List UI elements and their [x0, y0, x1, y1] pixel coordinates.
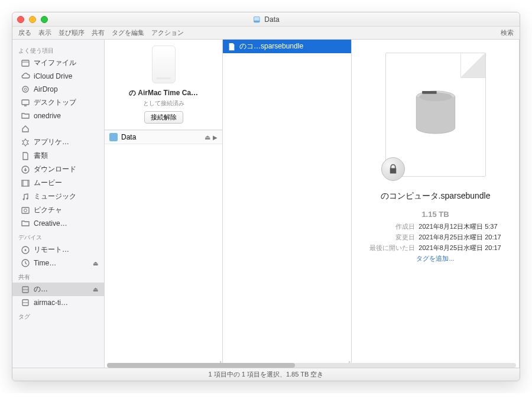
docs-icon — [21, 151, 30, 161]
svg-rect-2 — [22, 60, 29, 66]
sidebar-item[interactable]: onedrive — [12, 109, 104, 122]
meta-value: 2021年8月12日木曜日 5:37 — [419, 222, 501, 231]
server-icon — [21, 285, 30, 294]
volume-icon — [252, 15, 261, 24]
sidebar-item[interactable]: マイファイル — [12, 56, 104, 70]
column-server: の AirMac Time Ca… として接続済み 接続解除 Data ⏏ ▶ … — [105, 40, 223, 368]
volume-icon — [109, 133, 118, 141]
sidebar-item[interactable]: アプリケ… — [12, 135, 104, 149]
sidebar-item-label: Time… — [34, 259, 56, 267]
icloud-icon — [21, 72, 30, 81]
column-files: のコ…sparsebundle || — [223, 40, 352, 368]
preview-document-icon — [385, 53, 486, 177]
file-row[interactable]: のコ…sparsebundle — [223, 40, 351, 53]
server-info: の AirMac Time Ca… として接続済み 接続解除 — [105, 40, 222, 130]
svg-rect-1 — [254, 17, 259, 20]
timecapsule-icon — [152, 46, 176, 83]
desktop-icon — [21, 98, 30, 108]
toolbar-item-2[interactable]: 並び順序 — [59, 28, 85, 37]
airdrop-icon — [21, 85, 30, 94]
eject-icon[interactable]: ⏏ — [93, 260, 98, 267]
titlebar[interactable]: Data — [12, 12, 520, 27]
sidebar-item[interactable]: ピクチャ — [12, 203, 104, 217]
document-icon — [228, 43, 236, 51]
content-body: よく使う項目マイファイルiCloud DriveAirDropデスクトップone… — [12, 40, 520, 368]
sidebar-item[interactable]: 書類 — [12, 149, 104, 163]
sidebar-item-label: airmac-ti… — [34, 299, 68, 307]
toolbar-item-5[interactable]: アクション — [151, 28, 184, 37]
sidebar-item-label: 書類 — [34, 151, 48, 161]
server-name: の AirMac Time Ca… — [109, 88, 218, 98]
svg-point-3 — [22, 86, 28, 92]
svg-point-9 — [27, 197, 28, 199]
sidebar-item[interactable]: デスクトップ — [12, 96, 104, 109]
sidebar-item[interactable]: AirDrop — [12, 83, 104, 96]
sidebar-item[interactable]: の…⏏ — [12, 283, 104, 296]
sidebar-item-label: ピクチャ — [34, 205, 62, 215]
sidebar-item-label: AirDrop — [34, 85, 58, 93]
sidebar-item[interactable]: airmac-ti… — [12, 296, 104, 309]
server-icon — [21, 298, 30, 307]
folder-icon — [21, 219, 30, 228]
volume-row[interactable]: Data ⏏ ▶ — [105, 130, 222, 144]
meta-key: 作成日 — [369, 222, 415, 231]
sidebar-item-label: iCloud Drive — [34, 72, 72, 80]
sidebar-item[interactable]: Creative… — [12, 217, 104, 230]
sidebar-item[interactable]: iCloud Drive — [12, 70, 104, 83]
toolbar-search[interactable]: 検索 — [501, 28, 514, 37]
lock-icon — [381, 157, 405, 181]
horizontal-scrollbar[interactable] — [107, 363, 516, 368]
toolbar-item-3[interactable]: 共有 — [92, 28, 105, 37]
minimize-button[interactable] — [29, 16, 36, 23]
svg-point-4 — [24, 88, 27, 90]
zoom-button[interactable] — [41, 16, 48, 23]
meta-value: 2021年8月25日水曜日 20:17 — [419, 233, 501, 242]
meta-key: 変更日 — [369, 233, 415, 242]
movies-icon — [21, 179, 30, 188]
file-label: のコ…sparsebundle — [239, 41, 303, 51]
sidebar-item-label: の… — [34, 284, 48, 294]
add-tags-link[interactable]: タグを追加... — [416, 254, 454, 263]
status-text: 1 項目中の 1 項目を選択、1.85 TB 空き — [209, 370, 324, 379]
traffic-lights — [17, 16, 48, 23]
eject-icon[interactable]: ⏏ — [93, 286, 98, 293]
toolbar-item-4[interactable]: タグを編集 — [112, 28, 144, 37]
folder-icon — [21, 111, 30, 121]
disconnect-button[interactable]: 接続解除 — [144, 111, 183, 124]
sidebar-header: タグ — [12, 309, 104, 322]
sidebar-header: デバイス — [12, 230, 104, 243]
sidebar-item[interactable]: ミュージック — [12, 190, 104, 203]
status-bar: 1 項目中の 1 項目を選択、1.85 TB 空き — [12, 368, 520, 381]
sidebar-item[interactable] — [12, 122, 104, 135]
eject-icon[interactable]: ⏏ — [205, 134, 210, 141]
preview-filename: のコンピュータ.sparsebundle — [381, 191, 491, 202]
page-fold-icon — [460, 53, 485, 78]
myfiles-icon — [21, 59, 30, 68]
downloads-icon — [21, 165, 30, 174]
close-button[interactable] — [17, 16, 24, 23]
svg-point-11 — [24, 209, 27, 212]
timemachine-icon — [21, 258, 30, 268]
window-title: Data — [252, 15, 279, 24]
sidebar-item[interactable]: ダウンロード — [12, 163, 104, 176]
sidebar-item-label: ムービー — [34, 178, 62, 188]
home-icon — [21, 124, 30, 134]
volume-label: Data — [121, 133, 136, 141]
svg-rect-19 — [422, 91, 437, 94]
apps-icon — [21, 138, 30, 147]
sidebar-item-label: onedrive — [34, 112, 61, 120]
toolbar-item-1[interactable]: 表示 — [38, 28, 51, 37]
disk-icon — [411, 88, 460, 141]
sidebar-item[interactable]: リモート… — [12, 243, 104, 257]
server-status: として接続済み — [109, 99, 218, 108]
meta-value: 2021年8月25日水曜日 20:17 — [419, 244, 501, 252]
preview-pane: のコンピュータ.sparsebundle 1.15 TB 作成日2021年8月1… — [352, 40, 519, 368]
sidebar-item[interactable]: ムービー — [12, 176, 104, 190]
music-icon — [21, 192, 30, 202]
sidebar-item[interactable]: Time…⏏ — [12, 257, 104, 270]
sidebar: よく使う項目マイファイルiCloud DriveAirDropデスクトップone… — [12, 40, 105, 368]
toolbar: 戻る表示並び順序共有タグを編集アクション 検索 — [12, 27, 520, 40]
toolbar-item-0[interactable]: 戻る — [18, 28, 31, 37]
preview-size: 1.15 TB — [421, 210, 449, 219]
sidebar-item-label: マイファイル — [34, 58, 76, 68]
